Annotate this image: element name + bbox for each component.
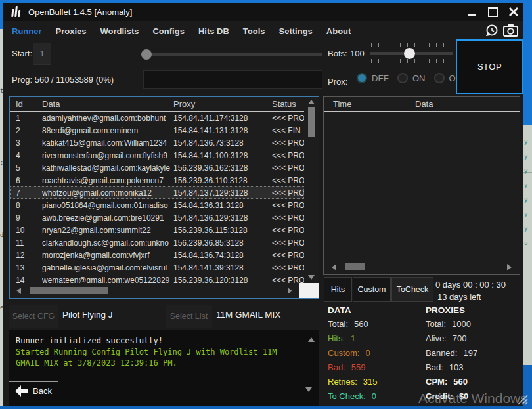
cell-status: <<< PRO xyxy=(272,188,304,198)
cell-status: <<< PRO xyxy=(272,201,304,210)
vertical-scrollbar[interactable] xyxy=(304,97,319,283)
menu-item-configs[interactable]: Configs xyxy=(152,26,184,36)
horizontal-scrollbar-thumb[interactable] xyxy=(345,263,365,270)
edge-text-fragment: y xyxy=(524,183,527,188)
menu-item-tools[interactable]: Tools xyxy=(243,26,265,36)
column-header-time[interactable]: Time xyxy=(324,99,415,109)
prox-label: Prox: xyxy=(328,77,347,87)
elapsed-timer: 0 days 00 : 00 : 30 xyxy=(435,280,506,290)
stat-label: CPM: xyxy=(426,377,447,387)
bots-slider-ticks xyxy=(371,43,450,47)
scroll-right-arrow-icon[interactable] xyxy=(507,264,512,270)
maximize-button[interactable] xyxy=(487,6,499,18)
select-config-button[interactable]: Select CFG xyxy=(9,305,58,328)
table-row[interactable]: 13gabrielle.iglesia@gmail.com:elvisrul15… xyxy=(10,261,304,274)
start-slider-handle[interactable] xyxy=(141,49,152,60)
table-row[interactable]: 12morozjenka@gmail.com:vfvjxrf154.84.136… xyxy=(10,249,304,261)
cell-status: <<< PRO xyxy=(272,238,304,248)
stat-value: 1 xyxy=(351,334,355,343)
cell-id: 3 xyxy=(10,139,42,148)
scroll-right-arrow-icon[interactable] xyxy=(288,288,292,294)
column-header-status[interactable]: Status xyxy=(272,99,304,109)
menu-item-runner[interactable]: Runner xyxy=(12,26,42,36)
column-header-proxy[interactable]: Proxy xyxy=(173,99,272,109)
cell-id: 7 xyxy=(10,188,42,198)
table-row[interactable]: 14wemateen@gmail.com:we05122829156.239.3… xyxy=(10,274,304,283)
custom-button[interactable]: Custom xyxy=(353,277,391,302)
menu-item-hits-db[interactable]: Hits DB xyxy=(198,26,229,36)
start-input[interactable]: 1 xyxy=(33,43,51,65)
horizontal-scrollbar-thumb[interactable] xyxy=(30,287,108,294)
cell-data: roachtravis@gmail.com:pokemon7 xyxy=(42,176,173,185)
cell-data: morozjenka@gmail.com:vfvjxrf xyxy=(42,251,173,260)
stat-label: Total: xyxy=(328,319,348,329)
edge-text-fragment: y xyxy=(524,226,527,232)
back-button[interactable]: Back xyxy=(9,381,58,400)
prox-radio-def[interactable]: DEF xyxy=(357,73,389,83)
start-slider[interactable] xyxy=(141,49,322,60)
bots-slider-handle[interactable] xyxy=(404,48,415,59)
select-list-button[interactable]: Select List xyxy=(166,305,212,328)
menu-item-settings[interactable]: Settings xyxy=(279,26,313,36)
table-row[interactable]: 3katikat415@gmail.com:William1234154.84.… xyxy=(10,137,304,149)
progress-label: Prog: 560 / 11053589 (0%) xyxy=(12,75,114,85)
table-row[interactable]: 9awb.breezie@gmail.com:bre10291154.84.13… xyxy=(10,211,304,224)
menu-item-wordlists[interactable]: Wordlists xyxy=(100,26,139,36)
column-header-id[interactable]: Id xyxy=(10,99,42,109)
menu-item-proxies[interactable]: Proxies xyxy=(56,26,87,36)
cell-proxy: 154.84.141.174:3128 xyxy=(173,114,272,123)
cell-status: <<< PRO xyxy=(272,276,304,284)
screenshot-camera-icon[interactable] xyxy=(503,24,518,37)
update-check-icon[interactable] xyxy=(485,24,499,37)
stat-value: 560 xyxy=(453,377,468,387)
scroll-down-arrow-icon[interactable] xyxy=(308,275,315,280)
table-row[interactable]: 288erdi@gmail.com:eminem154.84.141.131:3… xyxy=(10,124,304,137)
stop-button[interactable]: STOP xyxy=(456,39,523,94)
progress-bar xyxy=(143,70,322,89)
table-row[interactable]: 7whotzou@gmail.com:monika12154.84.137.12… xyxy=(10,186,304,199)
hits-horizontal-scrollbar[interactable] xyxy=(324,259,520,274)
selected-wordlist-name: 11M GMAIL MIX xyxy=(216,310,280,320)
table-row[interactable]: 5kathiwallestad@gmail.com:kaylakyle156.2… xyxy=(10,161,304,174)
stat-label: Hits: xyxy=(328,334,345,343)
prox-radio-on[interactable]: ON xyxy=(397,73,426,83)
edge-text-fragment: y xyxy=(524,168,527,174)
vertical-scrollbar-thumb[interactable] xyxy=(308,107,315,137)
stat-label: Alive: xyxy=(426,334,447,343)
minimize-button[interactable] xyxy=(466,6,477,18)
scroll-left-arrow-icon[interactable] xyxy=(332,264,336,270)
stat-label: Custom: xyxy=(328,348,359,358)
cell-proxy: 154.84.141.131:3128 xyxy=(173,126,272,135)
cell-id: 10 xyxy=(10,226,42,235)
table-row[interactable]: 4rivermonsterfan@gmail.com:flyfish9154.8… xyxy=(10,149,304,161)
cell-id: 1 xyxy=(10,114,42,123)
close-button[interactable] xyxy=(508,6,520,18)
log-scroll-up-icon[interactable] xyxy=(308,337,315,342)
cell-proxy: 156.239.36.85:3128 xyxy=(173,238,272,248)
column-header-hitdata[interactable]: Data xyxy=(415,99,520,109)
bots-slider[interactable] xyxy=(370,43,453,64)
table-row[interactable]: 6roachtravis@gmail.com:pokemon7156.239.3… xyxy=(10,174,304,186)
scroll-up-arrow-icon[interactable] xyxy=(308,100,315,104)
cell-status: <<< PRO xyxy=(272,163,304,173)
data-stats-list: Total:560Hits:1Custom:0Bad:559Retries:31… xyxy=(328,319,423,401)
menu-item-about[interactable]: About xyxy=(326,26,351,36)
log-scroll-down-icon[interactable] xyxy=(305,387,312,392)
table-row[interactable]: 10nryan22@gmail.com:summit22156.239.36.1… xyxy=(10,224,304,236)
scroll-left-arrow-icon[interactable] xyxy=(16,288,21,294)
table-row[interactable]: 11clarkandlough.sc@gmail.com:unkno156.23… xyxy=(10,236,304,249)
resize-grip-icon[interactable] xyxy=(518,395,528,405)
table-row[interactable]: 1adamiyahthev@gmail.com:bobhunt154.84.14… xyxy=(10,112,304,124)
bots-value: 100 xyxy=(350,49,365,58)
tocheck-button[interactable]: ToCheck xyxy=(391,277,433,302)
column-header-data[interactable]: Data xyxy=(42,99,173,109)
hits-table: Time Data xyxy=(323,96,520,275)
menu-items: RunnerProxiesWordlistsConfigsHits DBTool… xyxy=(3,26,351,36)
cell-data: awb.breezie@gmail.com:bre10291 xyxy=(42,213,173,223)
title-bar[interactable]: OpenBullet 1.4.5 [Anomaly] xyxy=(3,3,523,21)
table-row[interactable]: 8piano051864@gmail.com:01madiso154.84.13… xyxy=(10,199,304,211)
stat-retries: Retries:315 xyxy=(328,377,423,387)
horizontal-scrollbar[interactable] xyxy=(10,283,319,298)
prox-radio-group: DEFONOFF xyxy=(357,73,466,83)
hits-button[interactable]: Hits xyxy=(324,277,352,302)
